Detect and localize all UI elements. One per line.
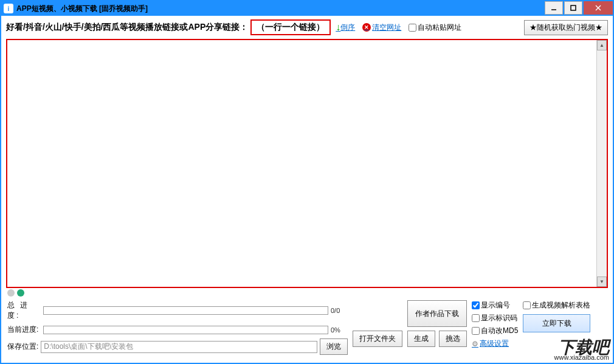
toolbar-label: 好看/抖音/火山/快手/美拍/西瓜等视频播放链接或APP分享链接： <box>6 22 248 33</box>
show-id-input[interactable] <box>472 314 480 322</box>
clear-link[interactable]: ✕ 清空网址 <box>362 22 401 33</box>
clear-label: 清空网址 <box>372 22 401 33</box>
status-dot-grey-icon <box>7 289 15 297</box>
titlebar: i APP短视频、小视频下载 [固乔视频助手] <box>1 1 613 16</box>
pick-button[interactable]: 挑选 <box>439 331 467 347</box>
author-works-button[interactable]: 作者作品下载 <box>407 300 467 327</box>
minimize-button[interactable] <box>545 1 563 15</box>
close-button[interactable] <box>584 1 613 15</box>
open-folder-button[interactable]: 打开文件夹 <box>353 331 402 347</box>
gear-icon: ⚙ <box>472 340 478 348</box>
generate-button[interactable]: 生成 <box>407 331 435 347</box>
current-progress-bar <box>43 326 328 334</box>
total-progress-value: 0/0 <box>331 307 348 314</box>
maximize-button[interactable] <box>564 1 582 15</box>
auto-md5-checkbox[interactable]: 自动改MD5 <box>472 326 518 336</box>
save-path-input[interactable] <box>41 341 317 353</box>
folder-column: 打开文件夹 <box>353 300 402 355</box>
save-label: 保存位置: <box>7 342 38 352</box>
save-row: 保存位置: 浏览 <box>7 338 348 355</box>
scroll-down-icon[interactable]: ▼ <box>597 276 607 287</box>
random-hot-button[interactable]: ★随机获取热门视频★ <box>524 20 608 35</box>
advanced-settings-link[interactable]: ⚙高级设置 <box>472 338 518 349</box>
mid-column: 作者作品下载 生成 挑选 <box>407 300 467 355</box>
download-now-button[interactable]: 立即下载 <box>523 314 590 332</box>
right-column: 生成视频解析表格 立即下载 <box>523 300 590 355</box>
scroll-up-icon[interactable]: ▲ <box>597 40 607 50</box>
gen-pick-row: 生成 挑选 <box>407 331 467 347</box>
url-textarea[interactable] <box>7 40 596 287</box>
window-title: APP短视频、小视频下载 [固乔视频助手] <box>16 4 543 14</box>
options-column: 显示编号 显示标识码 自动改MD5 ⚙高级设置 <box>472 300 518 355</box>
current-progress-row: 当前进度: 0% <box>7 325 348 335</box>
show-id-label: 显示标识码 <box>481 313 517 323</box>
svg-rect-1 <box>571 5 576 10</box>
total-progress-label: 总 进 度: <box>7 300 41 321</box>
status-dot-green-icon <box>17 289 24 297</box>
auto-paste-checkbox[interactable]: 自动粘贴网址 <box>409 22 461 33</box>
gen-table-checkbox[interactable]: 生成视频解析表格 <box>523 300 590 311</box>
auto-md5-input[interactable] <box>472 327 480 335</box>
bottom-panel: 总 进 度: 0/0 当前进度: 0% 保存位置: 浏览 打开文件夹 作者作品下… <box>1 298 613 361</box>
toolbar: 好看/抖音/火山/快手/美拍/西瓜等视频播放链接或APP分享链接： （一行一个链… <box>1 16 613 39</box>
arrow-down-icon: ↓ <box>336 22 340 33</box>
scrollbar[interactable]: ▲ ▼ <box>596 40 607 287</box>
gen-table-input[interactable] <box>523 301 531 309</box>
status-icons <box>1 288 613 298</box>
auto-paste-label: 自动粘贴网址 <box>418 22 461 33</box>
total-progress-row: 总 进 度: 0/0 <box>7 300 348 321</box>
app-icon: i <box>4 4 13 13</box>
show-number-checkbox[interactable]: 显示编号 <box>472 300 518 311</box>
auto-paste-input[interactable] <box>409 24 416 32</box>
sort-link[interactable]: ↓ 倒序 <box>336 22 355 33</box>
show-number-label: 显示编号 <box>481 300 510 311</box>
hint-button[interactable]: （一行一个链接） <box>250 19 331 35</box>
show-id-checkbox[interactable]: 显示标识码 <box>472 313 518 323</box>
sort-label: 倒序 <box>340 22 355 33</box>
current-progress-value: 0% <box>331 326 348 334</box>
auto-md5-label: 自动改MD5 <box>481 326 518 336</box>
total-progress-bar <box>43 306 328 315</box>
left-column: 总 进 度: 0/0 当前进度: 0% 保存位置: 浏览 <box>7 300 348 355</box>
browse-button[interactable]: 浏览 <box>320 338 348 355</box>
current-progress-label: 当前进度: <box>7 325 41 335</box>
window-controls <box>543 1 613 16</box>
clear-x-icon: ✕ <box>362 23 371 32</box>
app-window: i APP短视频、小视频下载 [固乔视频助手] 好看/抖音/火山/快手/美拍/西… <box>0 0 614 364</box>
advanced-label: 高级设置 <box>480 338 509 349</box>
url-textarea-wrap: ▲ ▼ <box>6 39 608 288</box>
gen-table-label: 生成视频解析表格 <box>532 300 590 311</box>
show-number-input[interactable] <box>472 301 480 309</box>
